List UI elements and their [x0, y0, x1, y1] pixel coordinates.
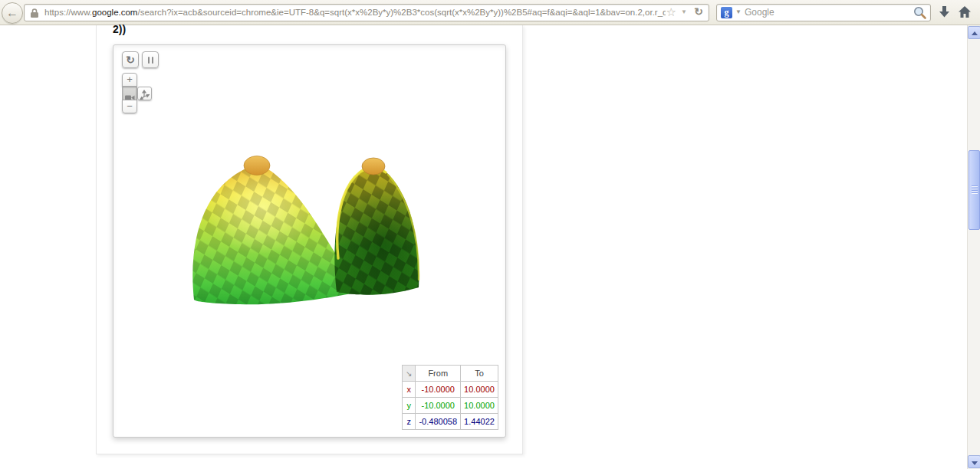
camera-mode-button[interactable]	[122, 86, 137, 100]
search-icon[interactable]	[913, 5, 927, 23]
home-icon[interactable]	[958, 5, 972, 21]
equation-fragment: 2))	[113, 23, 126, 35]
row-label-z: z	[403, 414, 416, 430]
reload-icon[interactable]: ↻	[694, 5, 703, 18]
vertical-scrollbar[interactable]	[967, 25, 980, 469]
url-domain: google.com	[92, 8, 137, 17]
search-engine-dropdown-icon[interactable]: ▼	[735, 8, 742, 15]
back-button[interactable]: ←	[2, 2, 23, 24]
url-scheme: https://www.	[44, 8, 92, 17]
row-label-x: x	[403, 382, 416, 398]
search-result-card: 2)) ↻ + −	[96, 25, 523, 454]
zoom-out-button[interactable]: −	[122, 100, 137, 113]
graph-3d-panel[interactable]: ↻ + −	[113, 44, 506, 438]
row-label-y: y	[403, 398, 416, 414]
padlock-icon	[30, 8, 39, 21]
surface-plot-image[interactable]	[186, 149, 439, 310]
url-dropdown-icon[interactable]: ▼	[681, 8, 687, 15]
url-bar[interactable]: https://www.google.com/search?ix=acb&sou…	[24, 4, 709, 21]
page-viewport: 2)) ↻ + −	[0, 25, 967, 469]
scrollbar-thumb[interactable]	[968, 150, 980, 230]
plot-pause-button[interactable]	[142, 51, 159, 68]
y-to-value[interactable]: 10.0000	[461, 398, 498, 414]
scroll-down-button[interactable]	[968, 455, 980, 468]
thumb-grip-icon	[972, 185, 978, 194]
col-header-from: From	[416, 366, 461, 382]
bookmark-star-icon[interactable]: ☆	[666, 5, 676, 19]
x-from-value[interactable]: -10.0000	[416, 382, 461, 398]
x-to-value[interactable]: 10.0000	[461, 382, 498, 398]
z-to-value[interactable]: 1.44022	[461, 414, 498, 430]
chevron-down-icon	[972, 461, 978, 465]
col-header-to: To	[461, 366, 498, 382]
table-row-x: x -10.0000 10.0000	[403, 382, 498, 398]
axes-3d-icon	[140, 89, 150, 102]
google-favicon-icon[interactable]: g	[721, 7, 732, 18]
table-row-y: y -10.0000 10.0000	[403, 398, 498, 414]
downloads-icon[interactable]	[938, 5, 951, 21]
table-row-z: z -0.480058 1.44022	[403, 414, 498, 430]
search-input[interactable]: Google	[745, 5, 774, 21]
z-from-value[interactable]: -0.480058	[416, 414, 461, 430]
table-corner-arrow-icon[interactable]: ↘	[403, 366, 416, 382]
y-from-value[interactable]: -10.0000	[416, 398, 461, 414]
axes-mode-button[interactable]	[137, 87, 152, 100]
url-path: /search?ix=acb&sourceid=chrome&ie=UTF-8&…	[137, 8, 666, 17]
search-bar[interactable]: g ▼ Google	[716, 4, 931, 21]
plot-refresh-button[interactable]: ↻	[122, 51, 139, 68]
url-text[interactable]: https://www.google.com/search?ix=acb&sou…	[44, 5, 666, 21]
browser-toolbar: ← https://www.google.com/search?ix=acb&s…	[0, 0, 980, 25]
table-header-row: ↘ From To	[403, 366, 498, 382]
browser-window: ← https://www.google.com/search?ix=acb&s…	[0, 0, 980, 469]
chevron-up-icon	[972, 31, 978, 35]
scroll-up-button[interactable]	[968, 26, 980, 39]
range-table: ↘ From To x -10.0000 10.0000 y -10.0000 …	[402, 365, 498, 430]
pause-icon	[143, 57, 158, 64]
zoom-in-button[interactable]: +	[122, 73, 137, 87]
